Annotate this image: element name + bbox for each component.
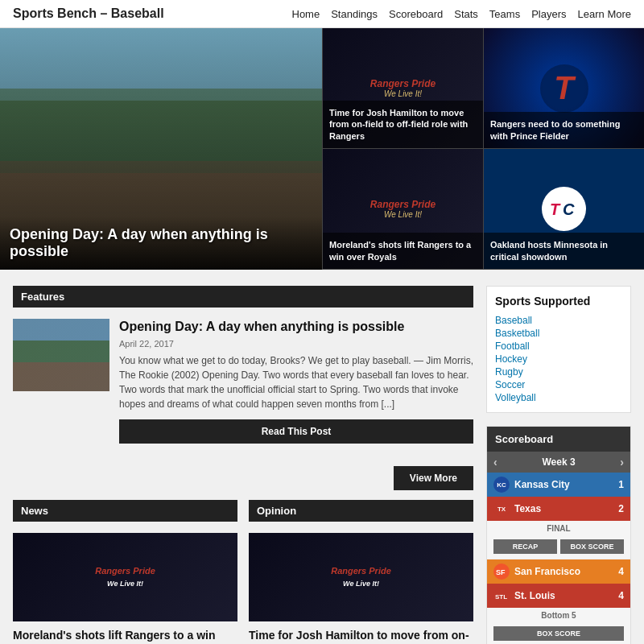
kc-score: 1 — [618, 479, 624, 490]
feature-thumb — [13, 319, 109, 391]
game-1-team2: TX Texas 2 — [487, 497, 630, 521]
hero-card-twins[interactable]: T C Oakland hosts Minnesota in critical … — [483, 149, 644, 270]
nav-home[interactable]: Home — [292, 8, 320, 20]
recap-button[interactable]: RECAP — [493, 539, 557, 554]
main-nav: Home Standings Scoreboard Stats Teams Pl… — [292, 8, 632, 20]
news-bg: Rangers Pride We Live It! — [13, 533, 237, 621]
hero-card-title-2: Rangers need to do something with Prince… — [490, 118, 638, 142]
sf-logo: SF — [493, 564, 510, 580]
scoreboard-box: Scoreboard ‹ Week 3 › KC Kansas City 1 T… — [486, 426, 631, 644]
news-card: News Rangers Pride We Live It! Moreland'… — [13, 500, 237, 644]
sports-supported-box: Sports Supported Baseball Basketball Foo… — [486, 286, 631, 413]
scoreboard-title: Scoreboard — [487, 427, 630, 452]
nav-stats[interactable]: Stats — [454, 8, 478, 20]
stl-name: St. Louis — [514, 590, 618, 601]
feature-title: Opening Day: A day when anything is poss… — [119, 319, 473, 336]
hero-main[interactable]: Opening Day: A day when anything is poss… — [0, 28, 322, 270]
hero-card-texas[interactable]: T Rangers need to do something with Prin… — [483, 28, 644, 149]
main-content: Features Opening Day: A day when anythin… — [0, 270, 644, 644]
sport-hockey[interactable]: Hockey — [495, 353, 622, 365]
hero-section: Opening Day: A day when anything is poss… — [0, 28, 644, 270]
kc-logo: KC — [493, 477, 510, 493]
hero-side: Rangers Pride We Live It! Time for Josh … — [322, 28, 644, 270]
feature-text: Opening Day: A day when anything is poss… — [119, 319, 473, 444]
opinion-bg: Rangers Pride We Live It! — [249, 533, 473, 621]
tex-name: Texas — [514, 503, 618, 514]
hero-side-top: Rangers Pride We Live It! Time for Josh … — [322, 28, 644, 149]
nav-teams[interactable]: Teams — [489, 8, 520, 20]
opinion-title: Time for Josh Hamilton to move from on-f… — [249, 628, 473, 644]
feature-excerpt: You know what we get to do today, Brooks… — [119, 353, 473, 411]
feature-article: Opening Day: A day when anything is poss… — [13, 319, 473, 444]
game-2-team2: STL St. Louis 4 — [487, 584, 630, 608]
tex-logo: TX — [493, 501, 510, 517]
site-header: Sports Bench – Baseball Home Standings S… — [0, 0, 644, 28]
features-header: Features — [13, 286, 473, 308]
week-label: Week 3 — [542, 456, 575, 468]
kc-name: Kansas City — [514, 479, 618, 490]
stl-score: 4 — [618, 590, 624, 601]
view-more-button[interactable]: View More — [394, 466, 473, 490]
news-header: News — [13, 500, 237, 522]
hero-card-moreland[interactable]: Rangers Pride We Live It! Moreland's sho… — [322, 149, 483, 270]
game-2-team1: SF San Francisco 4 — [487, 559, 630, 584]
sport-soccer[interactable]: Soccer — [495, 378, 622, 391]
nav-learn-more[interactable]: Learn More — [578, 8, 631, 20]
hero-card-title-3: Moreland's shots lift Rangers to a win o… — [329, 239, 477, 262]
tex-score: 2 — [618, 503, 624, 514]
next-week-button[interactable]: › — [620, 456, 624, 469]
prev-week-button[interactable]: ‹ — [493, 456, 497, 469]
feature-date: April 22, 2017 — [119, 339, 473, 349]
sf-name: San Francisco — [514, 566, 618, 577]
sports-list: Baseball Basketball Football Hockey Rugb… — [495, 314, 622, 404]
sport-rugby[interactable]: Rugby — [495, 365, 622, 378]
svg-text:STL: STL — [495, 593, 507, 601]
sf-score: 4 — [618, 566, 624, 577]
nav-standings[interactable]: Standings — [331, 8, 378, 20]
game-1: KC Kansas City 1 TX Texas 2 FINAL RECAP — [487, 473, 630, 559]
hero-main-title: Opening Day: A day when anything is poss… — [10, 226, 312, 260]
stl-logo: STL — [493, 588, 510, 604]
sports-supported-title: Sports Supported — [495, 295, 622, 308]
hero-side-bottom: Rangers Pride We Live It! Moreland's sho… — [322, 149, 644, 270]
opinion-card: Opinion Rangers Pride We Live It! Time f… — [249, 500, 473, 644]
sport-basketball[interactable]: Basketball — [495, 327, 622, 340]
hero-card-overlay-2: Rangers need to do something with Prince… — [484, 112, 644, 148]
hero-card-title-4: Oakland hosts Minnesota in critical show… — [490, 239, 638, 262]
svg-text:C: C — [563, 200, 575, 218]
svg-text:T: T — [550, 200, 561, 218]
opinion-thumb: Rangers Pride We Live It! — [249, 533, 473, 621]
hero-card-title-1: Time for Josh Hamilton to move from on-f… — [329, 107, 477, 142]
sport-football[interactable]: Football — [495, 340, 622, 353]
hero-card-overlay-3: Moreland's shots lift Rangers to a win o… — [323, 233, 483, 269]
nav-players[interactable]: Players — [531, 8, 566, 20]
box-score-button-1[interactable]: BOX SCORE — [560, 539, 624, 554]
week-header: ‹ Week 3 › — [487, 452, 630, 473]
sport-volleyball[interactable]: Volleyball — [495, 391, 622, 404]
left-col: Features Opening Day: A day when anythin… — [13, 286, 473, 644]
sport-baseball[interactable]: Baseball — [495, 314, 622, 327]
hero-card-overlay-1: Time for Josh Hamilton to move from on-f… — [323, 101, 483, 148]
hero-main-overlay: Opening Day: A day when anything is poss… — [0, 217, 322, 270]
nav-scoreboard[interactable]: Scoreboard — [389, 8, 443, 20]
game-1-status: FINAL — [487, 521, 630, 536]
game-2: SF San Francisco 4 STL St. Louis 4 — [487, 559, 630, 644]
svg-text:SF: SF — [496, 568, 506, 576]
hero-card-rangers-josh[interactable]: Rangers Pride We Live It! Time for Josh … — [322, 28, 483, 149]
news-opinion-grid: News Rangers Pride We Live It! Moreland'… — [13, 500, 473, 644]
site-title: Sports Bench – Baseball — [13, 6, 164, 21]
news-title: Moreland's shots lift Rangers to a win o… — [13, 628, 237, 644]
hero-card-overlay-4: Oakland hosts Minnesota in critical show… — [484, 233, 644, 269]
read-more-button[interactable]: Read This Post — [119, 419, 473, 444]
game-1-team1: KC Kansas City 1 — [487, 473, 630, 497]
right-sidebar: Sports Supported Baseball Basketball Foo… — [486, 286, 631, 644]
news-thumb: Rangers Pride We Live It! — [13, 533, 237, 621]
news-rangers-text: Rangers Pride We Live It! — [95, 565, 155, 589]
game-2-actions: BOX SCORE — [487, 623, 630, 644]
opinion-header: Opinion — [249, 500, 473, 522]
game-1-actions: RECAP BOX SCORE — [487, 536, 630, 559]
opinion-rangers-text: Rangers Pride We Live It! — [331, 565, 391, 589]
box-score-button-2[interactable]: BOX SCORE — [493, 626, 624, 641]
game-2-status: Bottom 5 — [487, 608, 630, 623]
